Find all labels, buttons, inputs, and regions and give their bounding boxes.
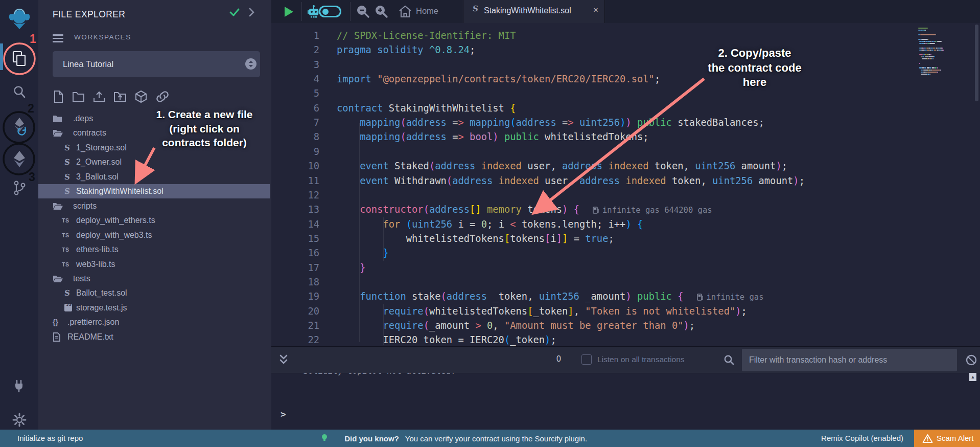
tree-item-label: scripts: [73, 199, 97, 213]
plugin-manager-icon[interactable]: [0, 376, 38, 396]
tab-stakingwithwhitelist[interactable]: S StakingWithWhitelist.sol ×: [463, 0, 605, 23]
code-line-20[interactable]: require(whitelistedTokens[_token], "Toke…: [337, 304, 747, 319]
code-editor[interactable]: 1// SPDX-License-Identifier: MIT2pragma …: [271, 23, 980, 346]
transaction-filter-input[interactable]: [742, 349, 957, 371]
code-line-4[interactable]: import "@openzeppelin/contracts/token/ER…: [337, 72, 660, 86]
editor-scrollbar[interactable]: [975, 25, 978, 101]
sol-icon: S: [64, 155, 70, 169]
code-line-11[interactable]: event Withdrawn(address indexed user, ad…: [337, 174, 805, 188]
tree-item-web3-lib-ts[interactable]: TSweb3-lib.ts: [38, 257, 270, 272]
minimap-line: [924, 48, 926, 49]
code-line-1[interactable]: // SPDX-License-Identifier: MIT: [337, 29, 516, 43]
minimap-line: [924, 67, 926, 68]
minimap-line: [930, 74, 930, 75]
minimap-line: [944, 50, 944, 51]
js-icon: JS: [64, 301, 72, 315]
minimap-line: [938, 48, 940, 49]
terminal-search-icon: [724, 354, 735, 366]
tree-item-stakingwithwhitelist-sol[interactable]: SStakingWithWhitelist.sol: [38, 184, 270, 198]
code-line-14[interactable]: for (uint256 i = 0; i < tokens.length; i…: [337, 217, 643, 232]
copilot-toggle[interactable]: [319, 6, 341, 17]
home-icon[interactable]: [399, 5, 412, 18]
minimap-line: [932, 70, 940, 71]
annotation-line: contracts folder): [132, 136, 277, 150]
code-line-16[interactable]: }: [337, 246, 389, 260]
ts-icon: TS: [62, 257, 69, 272]
divider: [301, 2, 302, 21]
line-number: 4: [271, 72, 319, 86]
terminal-prompt[interactable]: >: [281, 409, 286, 419]
git-icon[interactable]: [0, 178, 38, 198]
code-line-17[interactable]: }: [337, 261, 366, 275]
zoom-in-icon[interactable]: [375, 5, 388, 18]
terminal-collapse-icon[interactable]: [278, 354, 289, 366]
tree-item-label: 2_Owner.sol: [76, 155, 122, 169]
minimap-line: [927, 67, 929, 68]
minimap-line: [929, 43, 935, 44]
tree-item-label: .deps: [73, 111, 93, 126]
terminal-scrollbar-arrow[interactable]: ▲: [969, 373, 976, 381]
tree-item-readme-txt[interactable]: README.txt: [38, 330, 270, 344]
minimap-line: [927, 72, 937, 73]
tree-item-tests[interactable]: tests: [38, 272, 270, 286]
line-number: 8: [271, 130, 319, 144]
zoom-out-icon[interactable]: [356, 5, 370, 18]
init-git-repo-button[interactable]: Initialize as git repo: [17, 434, 83, 442]
minimap-line: [933, 48, 935, 49]
code-line-7[interactable]: mapping(address => mapping(address => ui…: [337, 116, 764, 130]
tree-item-deploy-with-web3-ts[interactable]: TSdeploy_with_web3.ts: [38, 228, 270, 242]
minimap-line: [922, 43, 924, 44]
tree-item-ethers-lib-ts[interactable]: TSethers-lib.ts: [38, 242, 270, 257]
annotation-step2: 2. Copy/paste the contract code here: [683, 46, 826, 90]
tree-item-ballot-test-sol[interactable]: SBallot_test.sol: [38, 286, 270, 300]
code-line-10[interactable]: event Staked(address indexed user, addre…: [337, 159, 787, 173]
remix-logo[interactable]: [0, 6, 38, 33]
code-line-2[interactable]: pragma solidity ^0.8.24;: [337, 43, 475, 57]
file-explorer-icon[interactable]: [0, 49, 38, 69]
minimap-line: [921, 74, 927, 75]
line-number: 18: [271, 275, 319, 289]
tree-item-3-ballot-sol[interactable]: S3_Ballot.sol: [38, 170, 270, 184]
line-number: 22: [271, 333, 319, 346]
minimap-line: [927, 50, 929, 51]
run-script-icon[interactable]: [283, 6, 294, 18]
tree-item--prettierrc-json[interactable]: {}.prettierrc.json: [38, 315, 270, 329]
clear-console-ban-icon[interactable]: [965, 354, 977, 366]
search-icon[interactable]: [0, 82, 38, 102]
code-line-22[interactable]: IERC20 token = IERC20(_token);: [337, 333, 556, 346]
code-line-19[interactable]: function stake(address _token, uint256 _…: [337, 289, 763, 304]
tree-item-scripts[interactable]: scripts: [38, 199, 270, 213]
tree-item-storage-test-js[interactable]: JSstorage.test.js: [38, 301, 270, 315]
warning-triangle-icon: [922, 434, 933, 443]
minimap-line: [931, 50, 934, 51]
minimap-line: [928, 39, 928, 40]
tab-label: StakingWithWhitelist.sol: [484, 6, 571, 15]
listen-transactions-checkbox[interactable]: [581, 354, 592, 365]
minimap[interactable]: [918, 28, 960, 109]
settings-gear-icon[interactable]: [0, 410, 38, 430]
transaction-count-badge: 0: [556, 354, 561, 364]
scam-alert-button[interactable]: Scam Alert: [914, 430, 980, 447]
tree-item-deploy-with-ethers-ts[interactable]: TSdeploy_with_ethers.ts: [38, 213, 270, 228]
icon-rail: [0, 0, 38, 430]
deploy-run-icon[interactable]: [0, 149, 38, 170]
minimap-line: [919, 48, 921, 49]
home-tab-label[interactable]: Home: [416, 6, 438, 16]
code-line-13[interactable]: constructor(address[] memory tokens) {in…: [337, 203, 712, 217]
code-line-21[interactable]: require(_amount > 0, "Amount must be gre…: [337, 319, 695, 333]
code-line-8[interactable]: mapping(address => bool) public whitelis…: [337, 130, 649, 144]
tree-item-2-owner-sol[interactable]: S2_Owner.sol: [38, 155, 270, 169]
tree-item-label: deploy_with_ethers.ts: [76, 213, 155, 228]
tree-item-label: web3-lib.ts: [76, 257, 115, 272]
solidity-compiler-icon[interactable]: [0, 117, 38, 138]
sol-icon: S: [64, 170, 70, 184]
minimap-line: [922, 41, 924, 42]
minimap-line: [918, 30, 920, 31]
folder-open-icon: [53, 199, 63, 213]
minimap-line: [928, 56, 934, 57]
tree-item-label: .prettierrc.json: [67, 315, 119, 329]
copilot-status[interactable]: Remix Copilot (enabled): [821, 434, 903, 442]
tab-close-icon[interactable]: ×: [593, 5, 598, 15]
code-line-15[interactable]: whitelistedTokens[tokens[i]] = true;: [337, 232, 614, 246]
code-line-6[interactable]: contract StakingWithWhitelist {: [337, 101, 516, 116]
